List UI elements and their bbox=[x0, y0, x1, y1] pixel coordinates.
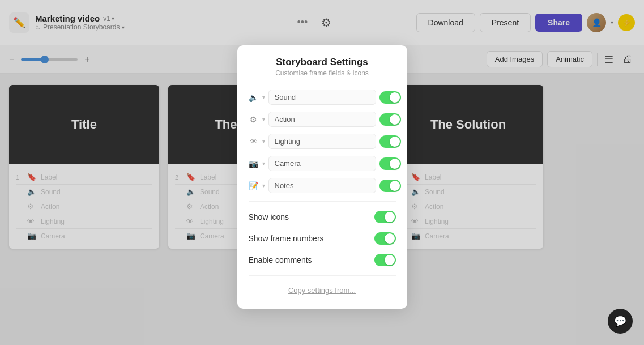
enable-comments-toggle[interactable] bbox=[374, 254, 396, 266]
action-chevron-icon[interactable]: ▾ bbox=[262, 116, 265, 122]
settings-panel: Storyboard Settings Customise frame fiel… bbox=[237, 45, 407, 309]
settings-panel-body: 🔈 ▾ ⚙ ▾ 👁 ▾ 📷 ▾ bbox=[237, 82, 407, 300]
camera-toggle[interactable] bbox=[379, 157, 401, 170]
settings-panel-title: Storyboard Settings bbox=[251, 57, 394, 68]
lighting-field-input[interactable] bbox=[268, 134, 376, 149]
action-field-icon: ⚙ bbox=[249, 115, 259, 124]
show-frame-numbers-toggle[interactable] bbox=[374, 232, 396, 245]
sound-chevron-icon[interactable]: ▾ bbox=[262, 94, 265, 100]
enable-comments-row: Enable comments bbox=[249, 249, 396, 271]
show-frame-numbers-row: Show frame numbers bbox=[249, 228, 396, 249]
chat-bubble[interactable]: 💬 bbox=[608, 309, 633, 334]
notes-chevron-icon[interactable]: ▾ bbox=[262, 182, 265, 189]
field-row-lighting: 👁 ▾ bbox=[249, 130, 396, 152]
action-field-input[interactable] bbox=[268, 112, 376, 127]
settings-divider-1 bbox=[249, 201, 396, 202]
field-row-sound: 🔈 ▾ bbox=[249, 86, 396, 108]
field-row-action: ⚙ ▾ bbox=[249, 108, 396, 130]
field-row-notes: 📝 ▾ bbox=[249, 174, 396, 197]
lighting-chevron-icon[interactable]: ▾ bbox=[262, 138, 265, 144]
sound-field-icon: 🔈 bbox=[249, 93, 259, 102]
sound-toggle[interactable] bbox=[379, 91, 401, 104]
show-icons-toggle[interactable] bbox=[374, 211, 396, 223]
field-row-camera: 📷 ▾ bbox=[249, 152, 396, 174]
settings-panel-subtitle: Customise frame fields & icons bbox=[251, 69, 394, 77]
settings-panel-header: Storyboard Settings Customise frame fiel… bbox=[237, 45, 407, 82]
camera-chevron-icon[interactable]: ▾ bbox=[262, 160, 265, 167]
enable-comments-label: Enable comments bbox=[249, 255, 312, 265]
lighting-field-icon: 👁 bbox=[249, 137, 259, 146]
action-toggle[interactable] bbox=[379, 113, 401, 126]
notes-toggle[interactable] bbox=[379, 180, 401, 192]
camera-field-input[interactable] bbox=[268, 156, 376, 171]
notes-field-icon: 📝 bbox=[249, 181, 259, 190]
sound-field-input[interactable] bbox=[268, 90, 376, 105]
settings-divider-2 bbox=[249, 275, 396, 276]
lighting-toggle[interactable] bbox=[379, 135, 401, 148]
notes-field-input[interactable] bbox=[268, 178, 376, 193]
copy-settings-link: Copy settings from... bbox=[249, 280, 396, 295]
show-icons-row: Show icons bbox=[249, 206, 396, 228]
camera-field-icon: 📷 bbox=[249, 159, 259, 168]
show-frame-numbers-label: Show frame numbers bbox=[249, 234, 324, 243]
show-icons-label: Show icons bbox=[249, 212, 289, 222]
copy-settings-button[interactable]: Copy settings from... bbox=[288, 286, 356, 295]
